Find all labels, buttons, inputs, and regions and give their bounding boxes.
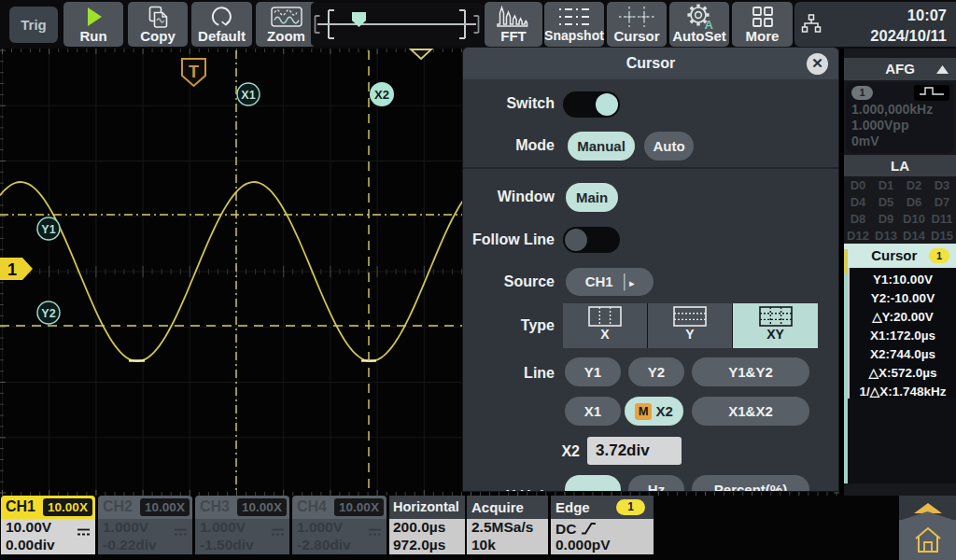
svg-text:X1: X1 [241,89,255,102]
svg-text:X2: X2 [374,88,389,102]
svg-text:1: 1 [7,260,17,279]
svg-text:Y1: Y1 [41,223,55,236]
svg-text:Y2: Y2 [41,307,55,320]
svg-text:T: T [189,63,199,81]
